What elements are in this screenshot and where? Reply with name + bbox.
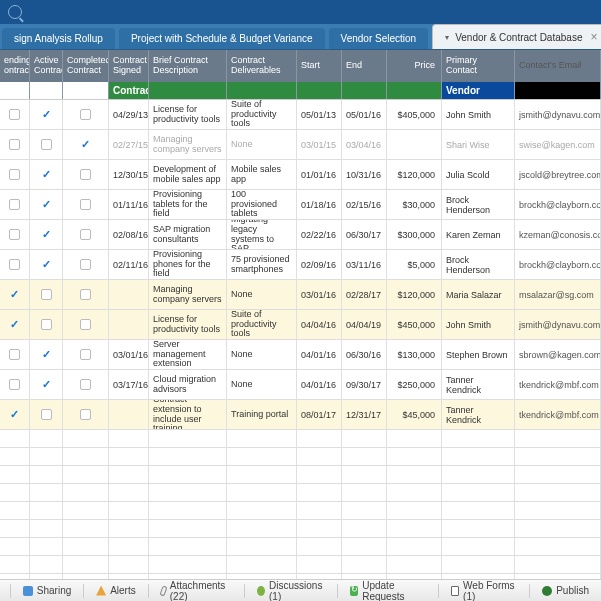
sharing-button[interactable]: Sharing xyxy=(17,583,77,598)
checkbox[interactable] xyxy=(9,169,20,180)
checkbox[interactable] xyxy=(80,259,91,270)
pending-cell[interactable] xyxy=(0,220,30,249)
pending-cell[interactable] xyxy=(0,250,30,279)
pending-cell[interactable] xyxy=(0,190,30,219)
search-icon[interactable] xyxy=(8,5,22,19)
pending-cell[interactable]: ✓ xyxy=(0,400,30,429)
completed-cell[interactable] xyxy=(63,220,109,249)
table-row[interactable]: ✓02/11/16Provisioning phones for the fie… xyxy=(0,250,601,280)
col-active[interactable]: Active Contract xyxy=(30,50,63,82)
checkbox[interactable] xyxy=(41,409,52,420)
completed-cell[interactable] xyxy=(63,340,109,369)
checkbox[interactable] xyxy=(80,199,91,210)
price-cell[interactable] xyxy=(387,130,442,159)
pending-cell[interactable] xyxy=(0,340,30,369)
checkbox[interactable] xyxy=(80,409,91,420)
email-cell[interactable]: jsmith@dynavu.com xyxy=(515,100,601,129)
table-row[interactable]: ✓04/29/13License for productivity toolsS… xyxy=(0,100,601,130)
price-cell[interactable]: $300,000 xyxy=(387,220,442,249)
active-cell[interactable]: ✓ xyxy=(30,250,63,279)
checkbox[interactable] xyxy=(9,199,20,210)
email-cell[interactable]: jscold@breytree.com xyxy=(515,160,601,189)
empty-row[interactable] xyxy=(0,502,601,520)
discussions-button[interactable]: Discussions (1) xyxy=(251,578,331,602)
signed-cell[interactable]: 04/29/13 xyxy=(109,100,149,129)
desc-cell[interactable]: Contract extension to include user train… xyxy=(149,400,227,429)
desc-cell[interactable]: Provisioning phones for the field xyxy=(149,250,227,279)
signed-cell[interactable]: 03/01/16 xyxy=(109,340,149,369)
price-cell[interactable]: $405,000 xyxy=(387,100,442,129)
start-cell[interactable]: 04/01/16 xyxy=(297,340,342,369)
active-cell[interactable]: ✓ xyxy=(30,190,63,219)
desc-cell[interactable]: Managing company servers xyxy=(149,280,227,309)
checkbox[interactable] xyxy=(80,379,91,390)
deliv-cell[interactable]: None xyxy=(227,340,297,369)
contact-cell[interactable]: Stephen Brown xyxy=(442,340,515,369)
deliv-cell[interactable]: Suite of productivity tools xyxy=(227,100,297,129)
completed-cell[interactable] xyxy=(63,310,109,339)
publish-button[interactable]: Publish xyxy=(536,583,595,598)
start-cell[interactable]: 02/09/16 xyxy=(297,250,342,279)
deliv-cell[interactable]: Suite of productivity tools xyxy=(227,310,297,339)
end-cell[interactable]: 02/15/16 xyxy=(342,190,387,219)
empty-row[interactable] xyxy=(0,556,601,574)
contact-cell[interactable]: Tanner Kendrick xyxy=(442,370,515,399)
update-requests-button[interactable]: Update Requests xyxy=(344,578,432,602)
contact-cell[interactable]: Julia Scold xyxy=(442,160,515,189)
pending-cell[interactable] xyxy=(0,370,30,399)
end-cell[interactable]: 03/11/16 xyxy=(342,250,387,279)
signed-cell[interactable]: 02/11/16 xyxy=(109,250,149,279)
deliv-cell[interactable]: None xyxy=(227,280,297,309)
table-row[interactable]: ✓01/11/16Provisioning tablets for the fi… xyxy=(0,190,601,220)
table-row[interactable]: ✓03/01/16Server management extensionNone… xyxy=(0,340,601,370)
signed-cell[interactable] xyxy=(109,400,149,429)
table-row[interactable]: ✓02/27/15Managing company serversNone03/… xyxy=(0,130,601,160)
table-row[interactable]: ✓02/08/16SAP migration consultantsMigrat… xyxy=(0,220,601,250)
tab-analysis-rollup[interactable]: sign Analysis Rollup xyxy=(2,28,115,49)
email-cell[interactable]: brockh@clayborn.com xyxy=(515,190,601,219)
active-cell[interactable]: ✓ xyxy=(30,160,63,189)
checkbox[interactable] xyxy=(9,229,20,240)
contact-cell[interactable]: Shari Wise xyxy=(442,130,515,159)
end-cell[interactable]: 12/31/17 xyxy=(342,400,387,429)
checkbox[interactable] xyxy=(80,109,91,120)
deliv-cell[interactable]: Migrating legacy systems to SAP xyxy=(227,220,297,249)
contact-cell[interactable]: Tanner Kendrick xyxy=(442,400,515,429)
signed-cell[interactable]: 03/17/16 xyxy=(109,370,149,399)
price-cell[interactable]: $130,000 xyxy=(387,340,442,369)
end-cell[interactable]: 10/31/16 xyxy=(342,160,387,189)
col-start[interactable]: Start xyxy=(297,50,342,82)
start-cell[interactable]: 08/01/17 xyxy=(297,400,342,429)
desc-cell[interactable]: Development of mobile sales app xyxy=(149,160,227,189)
signed-cell[interactable]: 12/30/15 xyxy=(109,160,149,189)
table-row[interactable]: ✓License for productivity toolsSuite of … xyxy=(0,310,601,340)
checkbox[interactable] xyxy=(9,259,20,270)
end-cell[interactable]: 03/04/16 xyxy=(342,130,387,159)
contact-cell[interactable]: Karen Zeman xyxy=(442,220,515,249)
checkbox[interactable] xyxy=(80,289,91,300)
pending-cell[interactable] xyxy=(0,160,30,189)
col-deliverables[interactable]: Contract Deliverables xyxy=(227,50,297,82)
tab-schedule-budget[interactable]: Project with Schedule & Budget Variance xyxy=(119,28,325,49)
checkbox[interactable] xyxy=(80,349,91,360)
desc-cell[interactable]: License for productivity tools xyxy=(149,100,227,129)
active-cell[interactable] xyxy=(30,280,63,309)
end-cell[interactable]: 04/04/19 xyxy=(342,310,387,339)
contact-cell[interactable]: Maria Salazar xyxy=(442,280,515,309)
price-cell[interactable]: $450,000 xyxy=(387,310,442,339)
email-cell[interactable]: kzeman@conosis.com xyxy=(515,220,601,249)
signed-cell[interactable]: 02/08/16 xyxy=(109,220,149,249)
pending-cell[interactable]: ✓ xyxy=(0,310,30,339)
web-forms-button[interactable]: Web Forms (1) xyxy=(445,578,524,602)
checkbox[interactable] xyxy=(80,319,91,330)
empty-row[interactable] xyxy=(0,448,601,466)
vendor-group-header[interactable]: Vendor xyxy=(442,82,515,99)
completed-cell[interactable] xyxy=(63,100,109,129)
active-cell[interactable] xyxy=(30,130,63,159)
active-cell[interactable]: ✓ xyxy=(30,100,63,129)
col-email[interactable]: Contact's Email xyxy=(515,50,601,82)
checkbox[interactable] xyxy=(9,109,20,120)
start-cell[interactable]: 05/01/13 xyxy=(297,100,342,129)
col-description[interactable]: Brief Contract Description xyxy=(149,50,227,82)
table-row[interactable]: ✓Contract extension to include user trai… xyxy=(0,400,601,430)
